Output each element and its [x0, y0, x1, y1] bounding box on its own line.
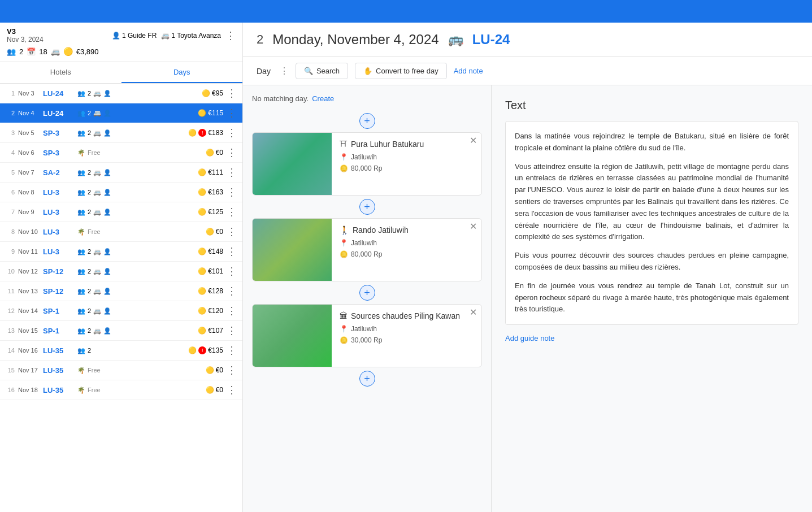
- transport-icon: 🚌: [448, 32, 463, 47]
- tab-days[interactable]: Days: [121, 62, 243, 83]
- day-more-button[interactable]: ⋮: [227, 246, 237, 257]
- tab-hotels[interactable]: Hotels: [0, 62, 121, 83]
- sidebar-more-button[interactable]: ⋮: [225, 31, 236, 41]
- day-number: 1: [6, 90, 15, 97]
- day-number: 16: [6, 387, 15, 393]
- day-more-button[interactable]: ⋮: [227, 326, 237, 336]
- day-row[interactable]: 6 Nov 8 LU-3 👥 2🚐 👤 🟡 €163 ⋮: [0, 183, 242, 202]
- day-title: Monday, November 4, 2024: [272, 32, 438, 47]
- driver-icon: 👤: [103, 327, 111, 335]
- coin-icon: 🟡: [198, 287, 206, 295]
- day-meta: 👥 2🚐 👤: [77, 268, 194, 275]
- day-more-button[interactable]: ⋮: [227, 385, 237, 395]
- add-activity-button[interactable]: +: [359, 285, 375, 301]
- day-row[interactable]: 7 Nov 9 LU-3 👥 2🚐 👤 🟡 €125 ⋮: [0, 202, 242, 222]
- car-icon: 🚐: [93, 209, 101, 216]
- day-number: 4: [6, 149, 15, 156]
- people-icon: 👥: [77, 129, 85, 137]
- day-meta: 🌴 Free: [77, 367, 202, 374]
- day-date: Nov 7: [18, 169, 40, 176]
- day-price: 🟡 ! €183: [188, 129, 223, 137]
- day-hotel: LU-35: [43, 346, 74, 355]
- day-row[interactable]: 8 Nov 10 LU-3 🌴 Free 🟡 €0 ⋮: [0, 222, 242, 242]
- close-activity-button[interactable]: ✕: [470, 308, 477, 317]
- day-more-button[interactable]: ⋮: [227, 147, 237, 158]
- location-icon: 📍: [340, 325, 348, 333]
- add-guide-note-link[interactable]: Add guide note: [505, 334, 554, 342]
- close-activity-button[interactable]: ✕: [470, 136, 477, 145]
- day-row[interactable]: 9 Nov 11 LU-3 👥 2🚐 👤 🟡 €148 ⋮: [0, 242, 242, 262]
- day-meta: 👥 2🚐 👤: [77, 110, 194, 117]
- hotel-code: LU-24: [472, 32, 510, 47]
- day-row[interactable]: 2 Nov 4 LU-24 👥 2🚐 👤 🟡 €115 ⋮: [0, 103, 242, 123]
- day-more-button[interactable]: ⋮: [227, 207, 237, 217]
- day-row[interactable]: 10 Nov 12 SP-12 👥 2🚐 👤 🟡 €101 ⋮: [0, 262, 242, 281]
- day-row[interactable]: 1 Nov 3 LU-24 👥 2🚐 👤 🟡 €95 ⋮: [0, 84, 242, 103]
- day-row[interactable]: 11 Nov 13 SP-12 👥 2🚐 👤 🟡 €128 ⋮: [0, 281, 242, 301]
- create-link[interactable]: Create: [312, 94, 334, 103]
- day-more-button[interactable]: ⋮: [227, 187, 237, 197]
- add-activity-button-bottom[interactable]: +: [359, 371, 375, 387]
- driver-icon: 👤: [103, 209, 111, 216]
- calendar-icon: 📅: [27, 47, 36, 56]
- free-icon: 🌴: [77, 149, 85, 157]
- day-more-button[interactable]: ⋮: [227, 108, 237, 118]
- activity-location: 📍 Jatiluwih: [340, 153, 474, 161]
- day-more-button[interactable]: ⋮: [227, 266, 237, 276]
- free-label: Free: [88, 387, 101, 393]
- text-panel: Text Dans la matinée vous rejoindrez le …: [492, 85, 812, 512]
- toolbar-more-button[interactable]: ⋮: [280, 66, 289, 76]
- text-content-box: Dans la matinée vous rejoindrez le templ…: [505, 121, 798, 325]
- day-more-button[interactable]: ⋮: [227, 306, 237, 316]
- day-date: Nov 18: [18, 387, 40, 393]
- day-more-button[interactable]: ⋮: [227, 345, 237, 355]
- start-date: Nov 3, 2024: [7, 36, 44, 44]
- close-activity-button[interactable]: ✕: [470, 222, 477, 231]
- day-row[interactable]: 3 Nov 5 SP-3 👥 2🚐 👤 🟡 ! €183 ⋮: [0, 123, 242, 143]
- activity-card: ⛩ Pura Luhur Batukaru 📍 Jatiluwih 🪙 80,0…: [252, 132, 482, 196]
- day-more-button[interactable]: ⋮: [227, 227, 237, 237]
- day-row[interactable]: 5 Nov 7 SA-2 👥 2🚐 👤 🟡 €111 ⋮: [0, 163, 242, 183]
- day-row[interactable]: 14 Nov 16 LU-35 👥 2 🟡 ! €135 ⋮: [0, 341, 242, 361]
- add-activity-button[interactable]: +: [359, 199, 375, 215]
- day-hotel: SP-3: [43, 129, 74, 137]
- day-more-button[interactable]: ⋮: [227, 167, 237, 177]
- day-meta: 👥 2🚐 👤: [77, 209, 194, 216]
- day-hotel: SP-1: [43, 327, 74, 335]
- coin-icon: 🟡: [198, 188, 206, 196]
- day-price: 🟡 €115: [198, 109, 223, 117]
- day-hotel: LU-24: [43, 109, 74, 118]
- convert-free-day-button[interactable]: ✋ Convert to free day: [355, 63, 447, 79]
- search-button[interactable]: 🔍 Search: [296, 63, 348, 79]
- day-meta: 🌴 Free: [77, 149, 202, 157]
- activity-image: [253, 305, 332, 367]
- day-more-button[interactable]: ⋮: [227, 128, 237, 138]
- no-match-text: No matching day.: [252, 94, 309, 103]
- car-icon: 🚐: [93, 327, 101, 335]
- driver-icon: 👤: [103, 90, 111, 97]
- people-icon: 👥: [77, 189, 85, 196]
- day-more-button[interactable]: ⋮: [227, 88, 237, 98]
- day-date: Nov 6: [18, 149, 40, 156]
- day-row[interactable]: 15 Nov 17 LU-35 🌴 Free 🟡 €0 ⋮: [0, 361, 242, 380]
- day-hotel: LU-24: [43, 89, 74, 98]
- guide-label: 1 Guide FR: [122, 32, 157, 40]
- activity-image: [253, 219, 332, 281]
- day-more-button[interactable]: ⋮: [227, 286, 237, 296]
- coin-icon: 🟡: [198, 267, 206, 275]
- location-icon: 📍: [340, 239, 348, 247]
- day-row[interactable]: 12 Nov 14 SP-1 👥 2🚐 👤 🟡 €120 ⋮: [0, 301, 242, 321]
- free-label: Free: [88, 149, 101, 156]
- add-activity-button-top[interactable]: +: [359, 113, 375, 129]
- location-icon: 📍: [340, 153, 348, 161]
- day-row[interactable]: 16 Nov 18 LU-35 🌴 Free 🟡 €0 ⋮: [0, 380, 242, 400]
- people-count: 2: [88, 327, 91, 334]
- people-count: 2: [88, 347, 91, 354]
- day-row[interactable]: 13 Nov 15 SP-1 👥 2🚐 👤 🟡 €107 ⋮: [0, 321, 242, 341]
- add-note-button[interactable]: Add note: [454, 67, 483, 75]
- day-more-button[interactable]: ⋮: [227, 365, 237, 375]
- people-icon: 👥: [77, 307, 85, 315]
- car-icon: 🚐: [93, 268, 101, 275]
- people-count: 2: [88, 268, 91, 275]
- day-row[interactable]: 4 Nov 6 SP-3 🌴 Free 🟡 €0 ⋮: [0, 143, 242, 163]
